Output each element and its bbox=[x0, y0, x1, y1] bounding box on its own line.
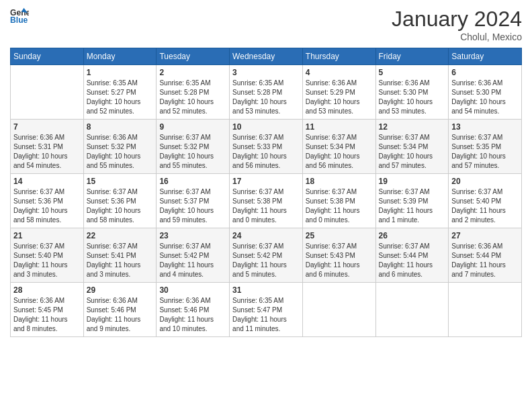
day-number: 9 bbox=[159, 122, 226, 132]
header-sunday: Sunday bbox=[11, 48, 84, 65]
day-number: 4 bbox=[306, 68, 373, 77]
table-row: 20Sunrise: 6:37 AMSunset: 5:40 PMDayligh… bbox=[449, 174, 522, 228]
table-row: 21Sunrise: 6:37 AMSunset: 5:40 PMDayligh… bbox=[11, 228, 84, 283]
table-row: 28Sunrise: 6:36 AMSunset: 5:45 PMDayligh… bbox=[11, 283, 84, 337]
day-info: Sunrise: 6:36 AMSunset: 5:31 PMDaylight:… bbox=[13, 133, 81, 171]
day-number: 5 bbox=[379, 68, 446, 77]
table-row: 5Sunrise: 6:36 AMSunset: 5:30 PMDaylight… bbox=[375, 65, 449, 120]
table-row: 8Sunrise: 6:36 AMSunset: 5:32 PMDaylight… bbox=[83, 120, 157, 174]
day-number: 6 bbox=[451, 68, 519, 77]
calendar-week-row: 28Sunrise: 6:36 AMSunset: 5:45 PMDayligh… bbox=[11, 283, 522, 337]
day-number: 28 bbox=[13, 285, 81, 295]
calendar-week-row: 7Sunrise: 6:36 AMSunset: 5:31 PMDaylight… bbox=[11, 120, 522, 174]
day-number: 10 bbox=[232, 122, 300, 132]
day-info: Sunrise: 6:36 AMSunset: 5:44 PMDaylight:… bbox=[451, 242, 519, 279]
day-info: Sunrise: 6:35 AMSunset: 5:28 PMDaylight:… bbox=[232, 79, 300, 116]
table-row: 23Sunrise: 6:37 AMSunset: 5:42 PMDayligh… bbox=[157, 228, 230, 283]
table-row bbox=[11, 65, 84, 120]
calendar-week-row: 1Sunrise: 6:35 AMSunset: 5:27 PMDaylight… bbox=[11, 65, 522, 120]
table-row: 24Sunrise: 6:37 AMSunset: 5:42 PMDayligh… bbox=[230, 228, 303, 283]
table-row: 18Sunrise: 6:37 AMSunset: 5:38 PMDayligh… bbox=[302, 174, 375, 228]
day-info: Sunrise: 6:37 AMSunset: 5:44 PMDaylight:… bbox=[379, 242, 446, 279]
day-info: Sunrise: 6:36 AMSunset: 5:30 PMDaylight:… bbox=[379, 79, 446, 116]
day-number: 19 bbox=[379, 177, 446, 186]
table-row: 19Sunrise: 6:37 AMSunset: 5:39 PMDayligh… bbox=[375, 174, 449, 228]
day-info: Sunrise: 6:36 AMSunset: 5:29 PMDaylight:… bbox=[306, 79, 373, 116]
day-number: 26 bbox=[379, 231, 446, 240]
day-number: 27 bbox=[451, 231, 519, 240]
day-number: 21 bbox=[13, 231, 81, 240]
table-row: 15Sunrise: 6:37 AMSunset: 5:36 PMDayligh… bbox=[83, 174, 157, 228]
table-row: 11Sunrise: 6:37 AMSunset: 5:34 PMDayligh… bbox=[302, 120, 375, 174]
page-header: General Blue January 2024 Cholul, Mexico bbox=[10, 7, 522, 42]
table-row: 12Sunrise: 6:37 AMSunset: 5:34 PMDayligh… bbox=[375, 120, 449, 174]
table-row: 2Sunrise: 6:35 AMSunset: 5:28 PMDaylight… bbox=[157, 65, 230, 120]
table-row: 29Sunrise: 6:36 AMSunset: 5:46 PMDayligh… bbox=[83, 283, 157, 337]
table-row bbox=[375, 283, 449, 337]
day-info: Sunrise: 6:37 AMSunset: 5:37 PMDaylight:… bbox=[159, 187, 226, 225]
day-info: Sunrise: 6:37 AMSunset: 5:36 PMDaylight:… bbox=[87, 187, 154, 225]
weekday-header-row: Sunday Monday Tuesday Wednesday Thursday… bbox=[11, 48, 522, 65]
header-monday: Monday bbox=[83, 48, 157, 65]
day-info: Sunrise: 6:37 AMSunset: 5:40 PMDaylight:… bbox=[13, 242, 81, 279]
calendar-table: Sunday Monday Tuesday Wednesday Thursday… bbox=[10, 48, 522, 337]
day-number: 24 bbox=[232, 231, 300, 240]
day-number: 16 bbox=[159, 177, 226, 186]
day-info: Sunrise: 6:37 AMSunset: 5:34 PMDaylight:… bbox=[379, 133, 446, 171]
day-info: Sunrise: 6:37 AMSunset: 5:32 PMDaylight:… bbox=[159, 133, 226, 171]
day-number: 15 bbox=[87, 177, 154, 186]
day-info: Sunrise: 6:37 AMSunset: 5:35 PMDaylight:… bbox=[451, 133, 519, 171]
day-number: 12 bbox=[379, 122, 446, 132]
header-thursday: Thursday bbox=[302, 48, 375, 65]
day-number: 31 bbox=[232, 285, 300, 295]
day-info: Sunrise: 6:36 AMSunset: 5:30 PMDaylight:… bbox=[451, 79, 519, 116]
table-row: 25Sunrise: 6:37 AMSunset: 5:43 PMDayligh… bbox=[302, 228, 375, 283]
table-row: 27Sunrise: 6:36 AMSunset: 5:44 PMDayligh… bbox=[449, 228, 522, 283]
table-row: 7Sunrise: 6:36 AMSunset: 5:31 PMDaylight… bbox=[11, 120, 84, 174]
table-row bbox=[449, 283, 522, 337]
header-saturday: Saturday bbox=[449, 48, 522, 65]
day-info: Sunrise: 6:37 AMSunset: 5:41 PMDaylight:… bbox=[87, 242, 154, 279]
logo: General Blue bbox=[10, 7, 29, 26]
day-info: Sunrise: 6:36 AMSunset: 5:46 PMDaylight:… bbox=[87, 296, 154, 334]
day-number: 18 bbox=[306, 177, 373, 186]
day-info: Sunrise: 6:37 AMSunset: 5:36 PMDaylight:… bbox=[13, 187, 81, 225]
day-number: 7 bbox=[13, 122, 81, 132]
day-info: Sunrise: 6:36 AMSunset: 5:32 PMDaylight:… bbox=[87, 133, 154, 171]
table-row: 9Sunrise: 6:37 AMSunset: 5:32 PMDaylight… bbox=[157, 120, 230, 174]
table-row: 22Sunrise: 6:37 AMSunset: 5:41 PMDayligh… bbox=[83, 228, 157, 283]
day-info: Sunrise: 6:37 AMSunset: 5:38 PMDaylight:… bbox=[232, 187, 300, 225]
table-row: 14Sunrise: 6:37 AMSunset: 5:36 PMDayligh… bbox=[11, 174, 84, 228]
table-row: 26Sunrise: 6:37 AMSunset: 5:44 PMDayligh… bbox=[375, 228, 449, 283]
day-info: Sunrise: 6:37 AMSunset: 5:43 PMDaylight:… bbox=[306, 242, 373, 279]
day-info: Sunrise: 6:37 AMSunset: 5:38 PMDaylight:… bbox=[306, 187, 373, 225]
day-number: 23 bbox=[159, 231, 226, 240]
location-title: Cholul, Mexico bbox=[392, 32, 522, 42]
header-wednesday: Wednesday bbox=[230, 48, 303, 65]
table-row: 4Sunrise: 6:36 AMSunset: 5:29 PMDaylight… bbox=[302, 65, 375, 120]
table-row: 16Sunrise: 6:37 AMSunset: 5:37 PMDayligh… bbox=[157, 174, 230, 228]
day-number: 8 bbox=[87, 122, 154, 132]
day-number: 2 bbox=[159, 68, 226, 77]
day-number: 13 bbox=[451, 122, 519, 132]
day-info: Sunrise: 6:37 AMSunset: 5:42 PMDaylight:… bbox=[159, 242, 226, 279]
day-number: 30 bbox=[159, 285, 226, 295]
day-info: Sunrise: 6:37 AMSunset: 5:39 PMDaylight:… bbox=[379, 187, 446, 225]
day-info: Sunrise: 6:37 AMSunset: 5:42 PMDaylight:… bbox=[232, 242, 300, 279]
day-number: 11 bbox=[306, 122, 373, 132]
day-info: Sunrise: 6:37 AMSunset: 5:34 PMDaylight:… bbox=[306, 133, 373, 171]
logo-icon: General Blue bbox=[10, 7, 29, 26]
day-number: 3 bbox=[232, 68, 300, 77]
table-row: 13Sunrise: 6:37 AMSunset: 5:35 PMDayligh… bbox=[449, 120, 522, 174]
day-number: 1 bbox=[87, 68, 154, 77]
day-number: 22 bbox=[87, 231, 154, 240]
table-row: 3Sunrise: 6:35 AMSunset: 5:28 PMDaylight… bbox=[230, 65, 303, 120]
calendar-week-row: 21Sunrise: 6:37 AMSunset: 5:40 PMDayligh… bbox=[11, 228, 522, 283]
calendar-week-row: 14Sunrise: 6:37 AMSunset: 5:36 PMDayligh… bbox=[11, 174, 522, 228]
day-number: 20 bbox=[451, 177, 519, 186]
month-title: January 2024 bbox=[392, 7, 522, 32]
day-info: Sunrise: 6:37 AMSunset: 5:33 PMDaylight:… bbox=[232, 133, 300, 171]
day-number: 25 bbox=[306, 231, 373, 240]
table-row: 30Sunrise: 6:36 AMSunset: 5:46 PMDayligh… bbox=[157, 283, 230, 337]
day-number: 14 bbox=[13, 177, 81, 186]
